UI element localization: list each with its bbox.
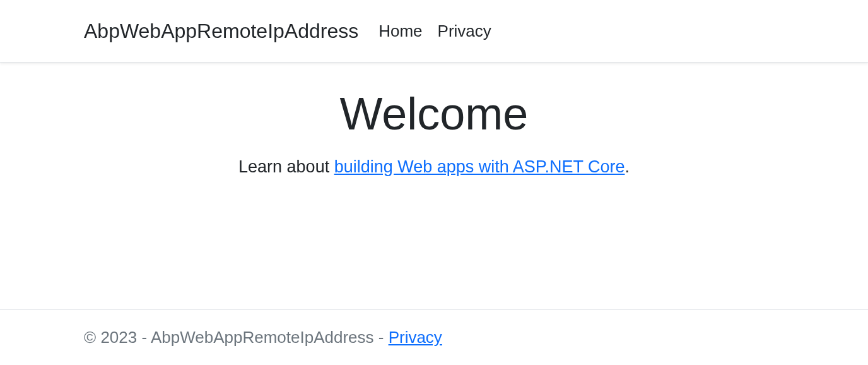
footer-privacy-link[interactable]: Privacy xyxy=(389,328,442,347)
navbar-container: AbpWebAppRemoteIpAddress Home Privacy xyxy=(74,0,794,62)
page-title: Welcome xyxy=(0,88,868,140)
footer-container: © 2023 - AbpWebAppRemoteIpAddress - Priv… xyxy=(74,328,794,347)
nav-item-privacy: Privacy xyxy=(438,21,491,41)
footer-text: © 2023 - AbpWebAppRemoteIpAddress - xyxy=(84,328,389,347)
lead-paragraph: Learn about building Web apps with ASP.N… xyxy=(0,157,868,177)
navbar: AbpWebAppRemoteIpAddress Home Privacy xyxy=(0,0,868,63)
footer: © 2023 - AbpWebAppRemoteIpAddress - Priv… xyxy=(0,309,868,365)
nav-item-home: Home xyxy=(378,21,422,41)
lead-text-pre: Learn about xyxy=(238,157,334,176)
main-content: Welcome Learn about building Web apps wi… xyxy=(0,63,868,309)
navbar-brand[interactable]: AbpWebAppRemoteIpAddress xyxy=(84,20,358,43)
nav-link-privacy[interactable]: Privacy xyxy=(438,21,491,40)
learn-link[interactable]: building Web apps with ASP.NET Core xyxy=(334,157,625,176)
lead-text-post: . xyxy=(625,157,630,176)
nav-link-home[interactable]: Home xyxy=(378,21,422,40)
navbar-nav: Home Privacy xyxy=(378,21,491,41)
